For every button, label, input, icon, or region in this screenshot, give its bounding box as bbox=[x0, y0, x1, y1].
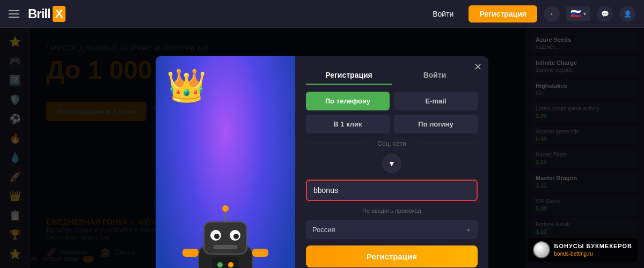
modal-overlay: 👑 BrillX bbox=[0, 28, 644, 268]
svg-rect-6 bbox=[214, 245, 237, 249]
crown-icon: 👑 bbox=[166, 66, 207, 105]
modal-register-button[interactable]: Регистрация bbox=[306, 245, 478, 267]
method-grid: По телефону E-mail В 1 клик По логину bbox=[306, 92, 478, 133]
arrow-left-icon[interactable]: ‹ bbox=[544, 6, 560, 22]
svg-point-12 bbox=[217, 262, 223, 267]
svg-point-15 bbox=[222, 205, 229, 212]
watermark: БОНУСЫ БУКМЕКЕРОВ bonus-betting.ru bbox=[528, 238, 638, 262]
modal-right-panel: ✕ Регистрация Войти По телефону E-mail В… bbox=[295, 56, 488, 268]
promo-input-wrapper bbox=[306, 180, 478, 201]
modal-left-panel: 👑 BrillX bbox=[156, 56, 295, 268]
logo-text: Brill bbox=[28, 6, 50, 21]
tab-login[interactable]: Войти bbox=[392, 66, 478, 85]
watermark-line1: БОНУСЫ БУКМЕКЕРОВ bbox=[554, 242, 632, 250]
svg-point-5 bbox=[233, 234, 239, 239]
user-icon[interactable]: 👤 bbox=[619, 6, 635, 22]
chat-icon[interactable]: 💬 bbox=[597, 6, 613, 22]
method-phone-button[interactable]: По телефону bbox=[306, 92, 390, 110]
svg-point-13 bbox=[228, 262, 233, 267]
modal-close-button[interactable]: ✕ bbox=[474, 62, 482, 72]
registration-modal: 👑 BrillX bbox=[156, 56, 488, 268]
method-login-button[interactable]: По логину bbox=[394, 115, 478, 133]
modal-tabs: Регистрация Войти bbox=[306, 66, 478, 85]
social-label: Соц. сети bbox=[306, 140, 478, 147]
watermark-line2: bonus-betting.ru bbox=[554, 250, 632, 257]
social-icons-row: ▼ bbox=[306, 154, 478, 173]
method-oneclick-button[interactable]: В 1 клик bbox=[306, 115, 390, 133]
watermark-ball-icon bbox=[533, 241, 550, 258]
chevron-down-icon: ▾ bbox=[583, 11, 586, 17]
login-button[interactable]: Войти bbox=[424, 5, 462, 23]
svg-rect-7 bbox=[182, 249, 199, 257]
svg-point-4 bbox=[214, 234, 219, 239]
country-select[interactable]: Россия Украина Казахстан bbox=[306, 220, 478, 239]
watermark-text: БОНУСЫ БУКМЕКЕРОВ bonus-betting.ru bbox=[554, 242, 632, 257]
logo-x: X bbox=[53, 6, 66, 22]
header-left: BrillX bbox=[9, 6, 65, 22]
promo-code-input[interactable] bbox=[306, 180, 478, 201]
svg-rect-11 bbox=[212, 257, 239, 268]
main-layout: ⭐ 🎮 7️⃣ 🛡️ ⚽ 🔥 💧 🚀 👑 📋 🏆 ⭐ ПРИСОЕДИНЯЙСЯ… bbox=[0, 28, 644, 268]
flag-emoji: 🇷🇺 bbox=[570, 9, 581, 19]
svg-rect-8 bbox=[252, 249, 268, 257]
tab-registration[interactable]: Регистрация bbox=[306, 66, 392, 85]
method-email-button[interactable]: E-mail bbox=[394, 92, 478, 110]
header-right: Войти Регистрация ‹ 🇷🇺 ▾ 💬 👤 bbox=[424, 5, 635, 23]
hamburger-menu[interactable] bbox=[9, 10, 19, 18]
social-expand-icon[interactable]: ▼ bbox=[382, 154, 401, 173]
register-header-button[interactable]: Регистрация bbox=[469, 5, 537, 23]
promo-no-code-link[interactable]: Не вводить промокод bbox=[306, 207, 478, 214]
logo[interactable]: BrillX bbox=[28, 6, 65, 22]
header: BrillX Войти Регистрация ‹ 🇷🇺 ▾ 💬 👤 bbox=[0, 0, 644, 28]
country-select-wrapper: Россия Украина Казахстан bbox=[306, 220, 478, 239]
robot-character bbox=[177, 192, 274, 268]
language-selector[interactable]: 🇷🇺 ▾ bbox=[566, 6, 590, 21]
